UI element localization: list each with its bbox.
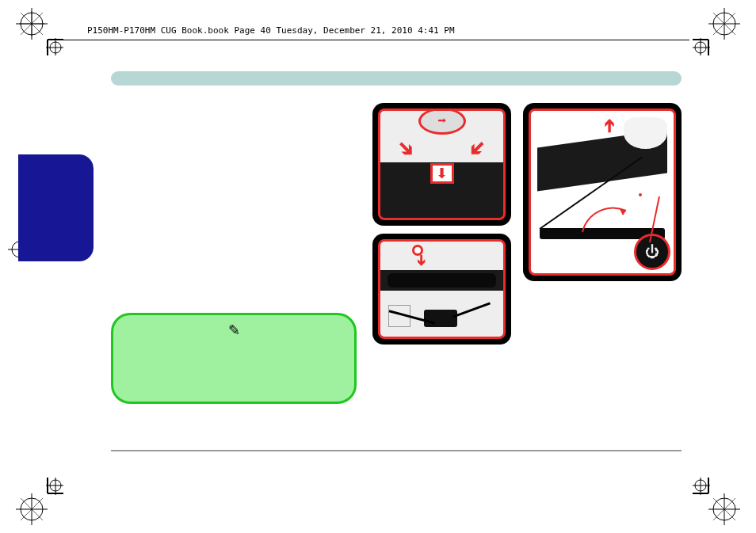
svg-line-46 [650, 196, 659, 242]
header-rule [63, 40, 689, 40]
crop-mark-bottom-right [693, 478, 740, 525]
pencil-icon: ✎ [228, 322, 240, 339]
section-heading-bar [111, 71, 682, 86]
page-header-meta: P150HM-P170HM CUG Book.book Page 40 Tues… [87, 25, 455, 36]
hand-icon [624, 117, 667, 149]
power-brick-icon [424, 310, 457, 327]
crop-mark-top-left [16, 8, 63, 55]
latch-highlight-circle: ⮕ [418, 109, 466, 135]
note-callout: ✎ [111, 313, 357, 404]
side-tab [18, 154, 94, 261]
down-arrow-icon: ⬇ [430, 163, 454, 184]
open-lid-power-photo: ➔ ⏻ [523, 103, 682, 281]
arrow-down-left: ➔ [391, 134, 421, 163]
connector-line [634, 196, 666, 252]
lift-arrow-icon: ➔ [599, 119, 620, 133]
jack-arrow-icon: ➔ [413, 254, 430, 266]
arrow-down-right: ➔ [462, 134, 491, 163]
footer-rule [111, 450, 682, 451]
crop-mark-top-right [693, 8, 740, 55]
adapter-connect-photo: ➔ [372, 234, 511, 345]
open-arc-arrow [578, 204, 634, 236]
battery-install-photo: ⮕ ➔ ➔ ⬇ [372, 103, 511, 226]
crop-mark-bottom-left [16, 478, 63, 525]
